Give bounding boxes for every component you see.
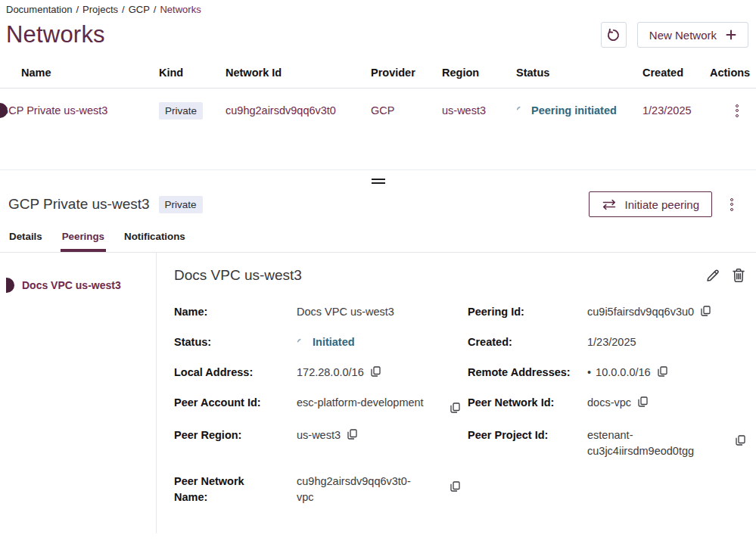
new-network-label: New Network (649, 29, 717, 42)
field-peering-id: Peering Id: cu9i5fairsdv9qq6v3u0 (468, 304, 745, 320)
field-value: 10.0.0.0/16 (596, 365, 651, 381)
field-value: estenant-cu3jc4iirsdm9eod0tgg (587, 427, 717, 459)
field-label: Peer Account Id: (174, 395, 297, 411)
copy-button[interactable] (658, 366, 667, 377)
tab-notifications[interactable]: Notifications (123, 231, 187, 252)
peering-detail: Docs VPC us-west3 (157, 253, 756, 533)
sidebar-item-label: Docs VPC us-west3 (22, 279, 121, 291)
field-value: cu9hg2airsdv9qq6v3t0-vpc (297, 474, 427, 505)
status-cell: Peering initiated (516, 104, 642, 117)
network-name-link[interactable]: GCP Private us-west3 (0, 104, 107, 117)
network-actions-kebab-button[interactable] (727, 195, 736, 214)
trash-icon (732, 268, 745, 283)
table-header-row: Name Kind Network Id Provider Region Sta… (0, 61, 756, 89)
copy-button[interactable] (736, 435, 745, 446)
field-row: Status: Initiated Created: 1/23/2025 (174, 334, 745, 350)
field-value: esc-platform-development (297, 395, 424, 411)
field-peer-network-id: Peer Network Id: docs-vpc (468, 395, 745, 413)
field-value: us-west3 (297, 427, 341, 443)
field-value: Docs VPC us-west3 (297, 304, 394, 320)
col-header-status: Status (516, 61, 642, 88)
col-header-actions: Actions (710, 61, 756, 88)
table-row[interactable]: GCP Private us-west3 Private cu9hg2airsd… (0, 89, 756, 132)
field-label: Peer Network Name: (174, 474, 272, 505)
networks-table: Name Kind Network Id Provider Region Sta… (0, 61, 756, 132)
bullet-marker: • (587, 365, 591, 381)
initiate-peering-button[interactable]: Initiate peering (589, 191, 712, 217)
detail-tabs: Details Peerings Notifications (0, 217, 756, 253)
field-remote-addresses: Remote Addresses: • 10.0.0.0/16 (468, 365, 745, 381)
tab-details[interactable]: Details (8, 231, 44, 252)
field-row: Name: Docs VPC us-west3 Peering Id: cu9i… (174, 304, 745, 320)
col-header-kind: Kind (159, 61, 226, 88)
field-peer-network-name: Peer Network Name: cu9hg2airsdv9qq6v3t0-… (174, 474, 468, 505)
col-header-provider: Provider (371, 61, 442, 88)
copy-button[interactable] (450, 481, 460, 492)
new-network-button[interactable]: New Network (637, 22, 748, 48)
spinner-icon (516, 106, 525, 115)
tab-peerings[interactable]: Peerings (61, 231, 106, 252)
delete-peering-button[interactable] (732, 268, 745, 283)
refresh-button[interactable] (601, 22, 627, 48)
field-row: Peer Network Name: cu9hg2airsdv9qq6v3t0-… (174, 474, 745, 505)
breadcrumb-projects[interactable]: Projects (82, 4, 118, 15)
splitter-drag-handle[interactable] (370, 177, 387, 185)
pencil-icon (705, 268, 720, 283)
page-header-actions: New Network (601, 22, 748, 48)
created-cell: 1/23/2025 (642, 104, 710, 117)
peerings-sidebar: Docs VPC us-west3 (0, 253, 157, 533)
field-row: Local Address: 172.28.0.0/16 Remote Addr… (174, 365, 745, 381)
page-header: Networks New Network (0, 15, 756, 48)
field-label: Peer Project Id: (468, 427, 587, 443)
refresh-icon (606, 28, 621, 42)
peerings-content: Docs VPC us-west3 Docs VPC us-west3 (0, 253, 756, 533)
field-label: Created: (468, 334, 587, 350)
breadcrumb-networks-current[interactable]: Networks (160, 4, 201, 15)
field-label: Name: (174, 304, 297, 320)
field-row: Peer Account Id: esc-platform-developmen… (174, 395, 745, 413)
network-detail-actions: Initiate peering (589, 191, 736, 217)
field-label: Peer Network Id: (468, 395, 587, 411)
field-label: Local Address: (174, 365, 297, 381)
field-label: Status: (174, 334, 297, 350)
network-leaf-icon (6, 278, 14, 293)
breadcrumb-gcp[interactable]: GCP (129, 4, 150, 15)
plus-icon (726, 30, 736, 40)
breadcrumb-documentation[interactable]: Documentation (6, 4, 72, 15)
breadcrumb-separator: / (154, 4, 157, 15)
field-status: Status: Initiated (174, 334, 468, 350)
breadcrumb-separator: / (76, 4, 79, 15)
network-detail-title-group: GCP Private us-west3 Private (8, 196, 203, 213)
field-value: 172.28.0.0/16 (297, 365, 364, 381)
copy-button[interactable] (450, 402, 460, 413)
col-header-region: Region (442, 61, 516, 88)
peering-detail-actions (705, 268, 745, 283)
field-label: Peering Id: (468, 304, 587, 320)
field-peer-project-id: Peer Project Id: estenant-cu3jc4iirsdm9e… (468, 427, 745, 459)
provider-cell: GCP (371, 104, 442, 117)
panel-splitter (0, 169, 756, 185)
region-cell: us-west3 (442, 104, 516, 117)
page-title: Networks (6, 21, 105, 48)
field-label: Remote Addresses: (468, 365, 587, 381)
peering-detail-title: Docs VPC us-west3 (174, 267, 302, 284)
copy-button[interactable] (371, 366, 381, 377)
field-local-address: Local Address: 172.28.0.0/16 (174, 365, 468, 381)
field-peer-region: Peer Region: us-west3 (174, 427, 468, 459)
status-text: Peering initiated (531, 104, 617, 117)
copy-button[interactable] (701, 306, 711, 316)
network-id-cell: cu9hg2airsdv9qq6v3t0 (226, 104, 371, 117)
row-actions-kebab-button[interactable] (733, 101, 742, 120)
breadcrumb: Documentation/Projects/GCP/Networks (0, 0, 756, 15)
field-created: Created: 1/23/2025 (468, 334, 745, 350)
sidebar-item-peering[interactable]: Docs VPC us-west3 (0, 278, 156, 293)
swap-arrows-icon (602, 199, 617, 210)
field-peer-account-id: Peer Account Id: esc-platform-developmen… (174, 395, 468, 413)
edit-peering-button[interactable] (705, 268, 720, 283)
copy-button[interactable] (638, 396, 648, 407)
kind-badge: Private (159, 196, 203, 213)
field-value: docs-vpc (587, 395, 631, 411)
field-empty (468, 474, 745, 505)
copy-button[interactable] (347, 429, 357, 440)
field-value: cu9i5fairsdv9qq6v3u0 (587, 304, 694, 320)
